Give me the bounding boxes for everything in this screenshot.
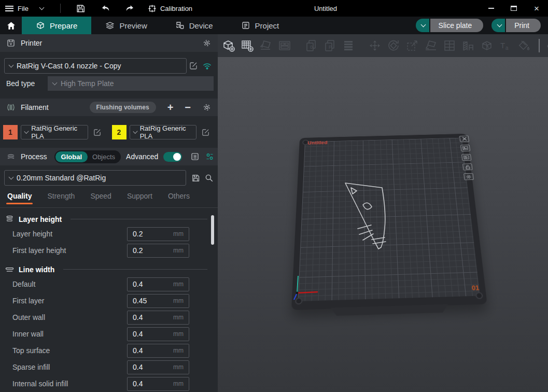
cut-icon[interactable] — [480, 39, 494, 53]
process-tabs: Quality Strength Speed Support Others — [0, 192, 218, 204]
copy-icon[interactable]: 0 — [304, 39, 318, 53]
process-preset-dropdown[interactable]: 0.20mm Standard @RatRig — [4, 170, 186, 186]
assembly-view-icon[interactable] — [546, 39, 548, 53]
edit-icon[interactable] — [187, 61, 200, 71]
outer-wall-line-width-input[interactable]: 0.4mm — [127, 311, 189, 325]
3d-scene[interactable]: Untitled 01 — [218, 57, 548, 392]
redo-icon[interactable] — [121, 2, 138, 15]
plate-image-icon[interactable] — [460, 145, 470, 151]
maximize-icon[interactable] — [502, 0, 525, 17]
rotate-icon[interactable] — [386, 39, 400, 53]
wifi-icon[interactable] — [200, 62, 214, 71]
place-on-face-icon[interactable] — [424, 39, 438, 53]
filament-spool-icon — [6, 103, 16, 112]
slice-options-dropdown[interactable] — [416, 19, 429, 32]
save-icon[interactable] — [72, 2, 90, 15]
calibration-menu[interactable]: Calibration — [148, 4, 192, 13]
scale-icon[interactable] — [405, 39, 419, 53]
internal-solid-infill-line-width-input[interactable]: 0.4mm — [127, 377, 189, 391]
plate-settings-icon[interactable] — [463, 173, 474, 180]
edit-icon[interactable] — [92, 128, 103, 137]
top-surface-line-width-input[interactable]: 0.4mm — [127, 344, 189, 358]
add-filament-icon[interactable]: + — [167, 102, 174, 113]
save-icon[interactable] — [191, 174, 200, 183]
tab-quality[interactable]: Quality — [7, 192, 32, 204]
inner-wall-line-width-input[interactable]: 0.4mm — [127, 327, 189, 341]
plate-number: 01 — [471, 284, 480, 292]
paste-icon[interactable]: P — [322, 39, 336, 53]
variable-layer-height-icon[interactable] — [461, 39, 475, 53]
process-scope-toggle: Global Objects — [54, 150, 121, 163]
tab-device[interactable]: Device — [161, 17, 227, 34]
slice-plate-button[interactable]: Slice plate — [430, 19, 484, 32]
gear-icon[interactable] — [202, 103, 212, 112]
home-icon[interactable] — [0, 17, 22, 34]
filament-2-badge[interactable]: 2 — [112, 125, 127, 139]
tab-prepare[interactable]: Prepare — [22, 17, 91, 34]
split-to-parts-icon[interactable] — [442, 39, 456, 53]
filament-1-value: RatRig Generic PLA — [31, 124, 84, 140]
objects-settings-icon[interactable] — [205, 152, 215, 161]
printer-section-title: Printer — [21, 39, 42, 47]
layer-height-group-header: Layer height — [0, 213, 218, 226]
print-button[interactable]: Print — [506, 19, 541, 32]
process-section-title: Process — [21, 152, 47, 161]
scrollbar[interactable] — [211, 215, 214, 245]
search-icon[interactable] — [204, 173, 214, 183]
model-outline-rat-logo[interactable] — [340, 176, 392, 251]
flushing-volumes-button[interactable]: Flushing volumes — [90, 102, 156, 113]
svg-text:T: T — [500, 41, 505, 50]
lock-plate-icon[interactable] — [462, 163, 473, 170]
delete-plate-icon[interactable] — [459, 135, 469, 142]
tab-support[interactable]: Support — [127, 192, 152, 204]
undo-icon[interactable] — [97, 2, 115, 15]
tab-strength[interactable]: Strength — [47, 192, 75, 204]
close-icon[interactable]: × — [525, 0, 548, 17]
file-menu[interactable]: File — [18, 5, 29, 12]
printer-preset-dropdown[interactable]: RatRig V-Cast 0.4 nozzle - Copy — [4, 58, 187, 74]
arrange-icon[interactable] — [277, 39, 291, 53]
split-to-objects-icon[interactable] — [341, 39, 355, 53]
slice-plate-button-group: Slice plate — [416, 19, 484, 32]
settings-list-icon[interactable] — [190, 152, 200, 161]
viewport: 0 P — [218, 34, 548, 392]
hamburger-icon[interactable] — [5, 6, 13, 11]
tab-project[interactable]: Project — [227, 17, 293, 34]
scope-objects-button[interactable]: Objects — [88, 151, 120, 162]
filament-2-dropdown[interactable]: RatRig Generic PLA — [130, 125, 197, 139]
add-object-icon[interactable] — [221, 39, 235, 53]
layer-height-input[interactable]: 0.2mm — [127, 227, 189, 241]
line-width-group-header: Line width — [0, 263, 218, 276]
first-layer-line-width-input[interactable]: 0.45mm — [127, 294, 189, 308]
chevron-down-icon[interactable] — [39, 5, 45, 10]
printer-icon — [6, 38, 16, 48]
edit-icon[interactable] — [200, 128, 211, 137]
sparse-infill-line-width-input[interactable]: 0.4mm — [127, 360, 189, 374]
paint-tool-icon[interactable] — [517, 39, 531, 53]
tab-speed[interactable]: Speed — [90, 192, 111, 204]
remove-filament-icon[interactable]: − — [185, 102, 191, 113]
arrange-plate-icon[interactable] — [461, 154, 471, 161]
scope-global-button[interactable]: Global — [55, 151, 88, 162]
bed-type-dropdown[interactable]: High Temp Plate — [48, 76, 214, 91]
print-options-dropdown[interactable] — [491, 19, 505, 32]
tab-others[interactable]: Others — [168, 192, 190, 204]
first-layer-height-input[interactable]: 0.2mm — [127, 244, 189, 258]
default-line-width-input[interactable]: 0.4mm — [127, 277, 189, 291]
setting-label: Sparse infill — [12, 363, 127, 371]
auto-orient-icon[interactable] — [259, 39, 273, 53]
bed-type-label: Bed type — [6, 79, 48, 88]
gear-icon[interactable] — [202, 38, 212, 48]
filament-1-dropdown[interactable]: RatRig Generic PLA — [21, 125, 88, 139]
window-title: Untitled — [314, 5, 337, 12]
minimize-icon[interactable] — [480, 0, 502, 17]
add-plate-icon[interactable] — [240, 39, 254, 53]
move-icon[interactable] — [368, 39, 382, 53]
print-button-group: Print — [491, 19, 541, 32]
filament-1-badge[interactable]: 1 — [3, 125, 18, 139]
group-title: Layer height — [19, 215, 62, 223]
tab-preview[interactable]: Preview — [91, 17, 161, 34]
svg-text:0: 0 — [310, 45, 313, 50]
advanced-toggle[interactable] — [163, 152, 182, 162]
text-tool-icon[interactable]: T a — [498, 39, 512, 53]
